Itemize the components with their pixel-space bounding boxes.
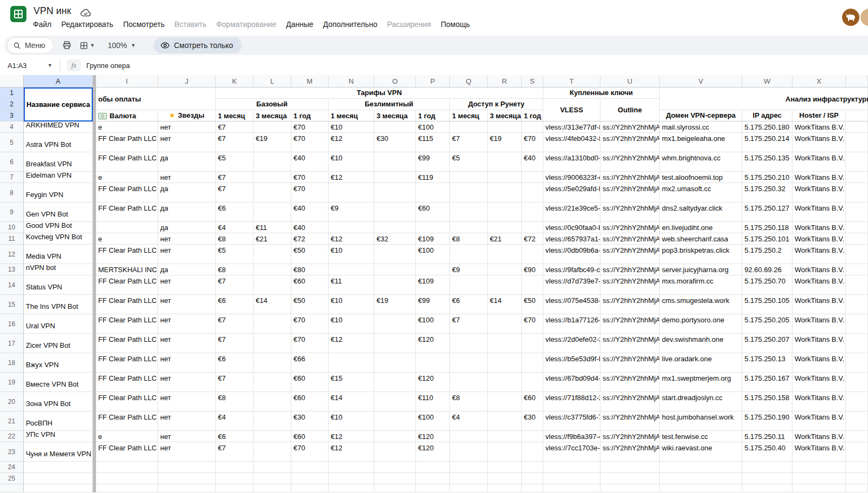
cell-domain[interactable]: mxs.morafirm.cc [660, 275, 742, 295]
cell-outline-key[interactable]: ss://Y2hhY2hhMjA [600, 152, 660, 172]
cell-price[interactable]: €70 [291, 334, 329, 353]
cell-hoster[interactable]: WorkTitans B.V. [792, 202, 846, 222]
cell-price[interactable]: €119 [416, 172, 450, 183]
cell-price[interactable] [488, 264, 522, 275]
cell-price[interactable] [254, 334, 291, 353]
row-header-13[interactable]: 13 [0, 264, 24, 275]
cell-price[interactable]: €14 [254, 295, 291, 314]
cell[interactable] [846, 202, 868, 222]
cell-price[interactable]: €12 [329, 334, 374, 353]
cell-price[interactable] [522, 222, 543, 233]
cell-price[interactable]: €80 [291, 264, 329, 275]
cell-outline-key[interactable]: ss://Y2hhY2hhMjA [600, 392, 660, 411]
cell-price[interactable]: €50 [522, 295, 543, 314]
column-header-V[interactable]: V [660, 75, 742, 87]
cell-domain[interactable]: whm.brightnova.cc [660, 152, 742, 172]
cell-service-name[interactable]: РосВПН [24, 411, 93, 431]
cell-price[interactable]: €8 [216, 264, 254, 275]
cell-price[interactable]: €60 [291, 392, 329, 411]
header-purchased-keys[interactable]: Купленные ключи [543, 87, 660, 99]
cell-payment[interactable]: FF Clear Path LLC [96, 392, 158, 411]
header-period[interactable]: 1 год [291, 110, 329, 121]
column-header-W[interactable]: W [742, 75, 792, 87]
cell-domain[interactable]: web.sheercharif.casa [660, 233, 742, 245]
cell[interactable] [792, 484, 846, 492]
row-header-9[interactable]: 9 [0, 202, 24, 222]
cell-price[interactable] [374, 222, 416, 233]
cell-price[interactable]: €120 [416, 431, 450, 442]
cell-price[interactable] [374, 442, 416, 462]
cell-ip[interactable]: 5.175.250.70 [742, 275, 792, 295]
cell-price[interactable] [416, 264, 450, 275]
cell-outline-key[interactable]: ss://Y2hhY2hhMjA [600, 183, 660, 202]
column-header-O[interactable]: O [374, 75, 416, 87]
cell-stars[interactable]: нет [158, 411, 216, 431]
selected-cell-a1-a3[interactable]: Название сервиса [24, 87, 93, 121]
header-vless[interactable]: VLESS [543, 99, 600, 121]
cell-price[interactable] [254, 353, 291, 373]
row-header-8[interactable]: 8 [0, 183, 24, 202]
cell-price[interactable] [416, 183, 450, 202]
cell[interactable] [158, 484, 216, 492]
cell-price[interactable]: €30 [374, 133, 416, 152]
cell-price[interactable]: €5 [216, 245, 254, 264]
cell-price[interactable] [488, 442, 522, 462]
row-header-22[interactable]: 22 [0, 431, 24, 442]
cell[interactable] [374, 473, 416, 484]
cell-hoster[interactable]: WorkTitans B.V. [792, 431, 846, 442]
header-outline[interactable]: Outline [600, 99, 660, 121]
cell[interactable] [846, 264, 868, 275]
cell[interactable] [329, 462, 374, 473]
user-avatar-bull[interactable] [842, 9, 859, 26]
cell-hoster[interactable]: WorkTitans B.V. [792, 133, 846, 152]
cell-stars[interactable]: нет [158, 442, 216, 462]
header-ip[interactable]: IP адрес [742, 110, 792, 121]
row-header-16[interactable]: 16 [0, 314, 24, 334]
cell[interactable] [846, 431, 868, 442]
print-button[interactable] [58, 38, 76, 53]
cell[interactable] [846, 353, 868, 373]
cell-ip[interactable]: 5.175.250.210 [742, 172, 792, 183]
cell-price[interactable] [416, 222, 450, 233]
cell-domain[interactable]: mx1.beigeleaha.one [660, 133, 742, 152]
cell-price[interactable] [522, 442, 543, 462]
cell-price[interactable]: €14 [329, 392, 374, 411]
cell-price[interactable]: €10 [329, 121, 374, 133]
column-header-partial[interactable] [846, 75, 868, 87]
cell[interactable] [846, 183, 868, 202]
cell-price[interactable]: €70 [522, 314, 543, 334]
cell[interactable] [792, 462, 846, 473]
cell-price[interactable] [374, 314, 416, 334]
cell-price[interactable]: €7 [216, 183, 254, 202]
cell[interactable] [846, 411, 868, 431]
cell-price[interactable]: €10 [329, 152, 374, 172]
cell-domain[interactable]: dev.swishmanh.one [660, 334, 742, 353]
cell-price[interactable]: €19 [374, 295, 416, 314]
column-header-U[interactable]: U [600, 75, 660, 87]
cell-price[interactable] [374, 183, 416, 202]
cell-price[interactable]: €109 [416, 275, 450, 295]
cell[interactable] [792, 473, 846, 484]
cell-outline-key[interactable]: ss://Y2hhY2hhMjA [600, 133, 660, 152]
cell-price[interactable]: €19 [488, 133, 522, 152]
cell-ip[interactable]: 5.175.250.167 [742, 373, 792, 392]
cell-price[interactable]: €60 [291, 431, 329, 442]
cell-price[interactable] [488, 373, 522, 392]
cell-price[interactable] [374, 431, 416, 442]
cell-payment[interactable]: FF Clear Path LLC [96, 295, 158, 314]
cell-ip[interactable]: 5.175.250.105 [742, 295, 792, 314]
cell-price[interactable]: €60 [522, 392, 543, 411]
cell[interactable] [846, 473, 868, 484]
column-header-K[interactable]: K [216, 75, 254, 87]
cell-stars[interactable]: да [158, 183, 216, 202]
cell[interactable] [846, 484, 868, 492]
cell-vless-key[interactable]: vless://4feb0432-8 [543, 133, 600, 152]
cell-outline-key[interactable]: ss://Y2hhY2hhMjA [600, 431, 660, 442]
cell-outline-key[interactable]: ss://Y2hhY2hhMjA [600, 334, 660, 353]
cell[interactable] [329, 484, 374, 492]
cell-price[interactable]: €6 [216, 353, 254, 373]
cell-price[interactable] [488, 392, 522, 411]
cell-price[interactable]: €9 [450, 264, 488, 275]
column-header-P[interactable]: P [416, 75, 450, 87]
cell-vless-key[interactable]: vless://71f88d12-2 [543, 392, 600, 411]
